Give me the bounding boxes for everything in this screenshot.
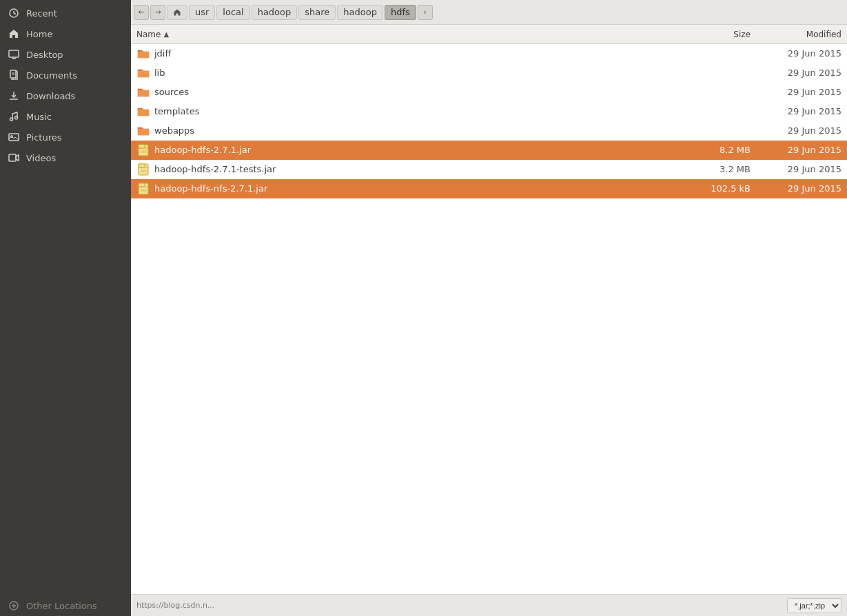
breadcrumb-share[interactable]: share: [298, 5, 336, 20]
plus-icon: [8, 600, 19, 611]
breadcrumb-local[interactable]: local: [216, 5, 249, 20]
sidebar-item-label: Pictures: [26, 132, 61, 143]
sidebar-item-desktop[interactable]: Desktop: [0, 44, 131, 65]
svg-rect-19: [139, 145, 145, 148]
breadcrumb-current[interactable]: hdfs: [385, 5, 416, 20]
column-size[interactable]: Size: [704, 30, 759, 39]
content-area: ← → usr local hadoop share hadoop: [131, 0, 847, 616]
documents-icon: [8, 70, 19, 81]
column-name[interactable]: Name ▲: [136, 30, 704, 39]
svg-text:JAR: JAR: [140, 188, 147, 192]
desktop-icon: [8, 49, 19, 60]
jar-file-icon: JAR: [136, 163, 150, 176]
file-name: hadoop-hdfs-2.7.1.jar: [154, 145, 704, 155]
sidebar-item-label: Desktop: [26, 50, 63, 60]
file-name: jdiff: [154, 48, 704, 59]
file-modified: 29 Jun 2015: [759, 183, 841, 194]
sidebar-item-pictures[interactable]: Pictures: [0, 127, 131, 147]
videos-icon: [8, 152, 19, 163]
folder-icon: [136, 47, 150, 61]
forward-button[interactable]: →: [150, 5, 165, 20]
file-modified: 29 Jun 2015: [759, 48, 841, 59]
bottom-bar: https://blog.csdn.n... *.jar;*.zip All F…: [131, 594, 847, 616]
file-list-container: Name ▲ Size Modified jdiff: [131, 25, 847, 594]
file-name: sources: [154, 87, 704, 97]
svg-text:JAR: JAR: [140, 169, 147, 173]
sidebar-item-label: Downloads: [26, 91, 75, 101]
file-modified: 29 Jun 2015: [759, 87, 841, 97]
sidebar-item-recent[interactable]: Recent: [0, 3, 131, 23]
file-modified: 29 Jun 2015: [759, 106, 841, 116]
svg-line-2: [14, 13, 16, 14]
file-modified: 29 Jun 2015: [759, 68, 841, 78]
file-modified: 29 Jun 2015: [759, 145, 841, 155]
column-modified[interactable]: Modified: [759, 30, 841, 39]
sidebar-item-label: Music: [26, 112, 52, 122]
file-size: 102.5 kB: [704, 183, 759, 194]
table-row[interactable]: jdiff 29 Jun 2015: [131, 44, 847, 63]
sidebar: Recent Home Desktop: [0, 0, 131, 616]
table-row[interactable]: webapps 29 Jun 2015: [131, 121, 847, 141]
sidebar-item-label: Home: [26, 29, 52, 39]
sidebar-item-home[interactable]: Home: [0, 23, 131, 44]
filter-select[interactable]: *.jar;*.zip All Files: [787, 598, 841, 613]
file-name: templates: [154, 106, 704, 116]
file-modified: 29 Jun 2015: [759, 164, 841, 174]
back-button[interactable]: ←: [134, 5, 149, 20]
jar-file-icon: JAR: [136, 182, 150, 196]
sidebar-item-label: Videos: [26, 153, 56, 163]
downloads-icon: [8, 90, 19, 101]
file-modified: 29 Jun 2015: [759, 125, 841, 136]
music-icon: [8, 111, 19, 122]
file-name: hadoop-hdfs-nfs-2.7.1.jar: [154, 183, 704, 194]
sidebar-item-music[interactable]: Music: [0, 106, 131, 127]
sidebar-item-other-locations[interactable]: Other Locations: [0, 595, 131, 616]
folder-icon: [136, 66, 150, 80]
jar-file-icon: JAR: [136, 143, 150, 157]
table-row[interactable]: lib 29 Jun 2015: [131, 63, 847, 83]
pictures-icon: [8, 132, 19, 143]
breadcrumb-bar: ← → usr local hadoop share hadoop: [131, 0, 847, 25]
sidebar-item-documents[interactable]: Documents: [0, 65, 131, 85]
table-row[interactable]: JAR hadoop-hdfs-2.7.1.jar 8.2 MB 29 Jun …: [131, 141, 847, 160]
sidebar-add-label: Other Locations: [26, 601, 97, 611]
svg-rect-23: [139, 164, 145, 167]
svg-rect-27: [139, 183, 145, 187]
svg-text:JAR: JAR: [140, 150, 147, 154]
clock-icon: [8, 8, 19, 19]
sort-arrow: ▲: [163, 30, 169, 38]
breadcrumb-home[interactable]: [167, 5, 187, 20]
breadcrumb-hadoop[interactable]: hadoop: [252, 5, 298, 20]
svg-point-11: [15, 116, 18, 119]
bottom-bar-right: *.jar;*.zip All Files: [787, 598, 841, 613]
main-container: Recent Home Desktop: [0, 0, 847, 616]
folder-icon: [136, 124, 150, 138]
bottom-url: https://blog.csdn.n...: [136, 601, 214, 610]
breadcrumb-home-icon: [173, 8, 181, 17]
svg-rect-14: [9, 154, 16, 161]
file-list-header: Name ▲ Size Modified: [131, 25, 847, 44]
folder-icon: [136, 105, 150, 119]
svg-point-10: [10, 118, 13, 121]
sidebar-item-label: Documents: [26, 70, 77, 81]
svg-rect-3: [9, 50, 19, 57]
sidebar-item-label: Recent: [26, 8, 57, 19]
file-size: 3.2 MB: [704, 164, 759, 174]
sidebar-item-videos[interactable]: Videos: [0, 147, 131, 168]
table-row[interactable]: JAR hadoop-hdfs-2.7.1-tests.jar 3.2 MB 2…: [131, 160, 847, 179]
file-name: hadoop-hdfs-2.7.1-tests.jar: [154, 164, 704, 174]
table-row[interactable]: sources 29 Jun 2015: [131, 83, 847, 102]
folder-icon: [136, 85, 150, 99]
file-size: 8.2 MB: [704, 145, 759, 155]
table-row[interactable]: JAR hadoop-hdfs-nfs-2.7.1.jar 102.5 kB 2…: [131, 179, 847, 198]
table-row[interactable]: templates 29 Jun 2015: [131, 102, 847, 121]
home-icon: [8, 28, 19, 39]
file-name: lib: [154, 68, 704, 78]
breadcrumb-hadoop2[interactable]: hadoop: [337, 5, 383, 20]
sidebar-item-downloads[interactable]: Downloads: [0, 85, 131, 106]
breadcrumb-usr[interactable]: usr: [189, 5, 215, 20]
more-button[interactable]: ›: [418, 5, 433, 20]
file-name: webapps: [154, 125, 704, 136]
